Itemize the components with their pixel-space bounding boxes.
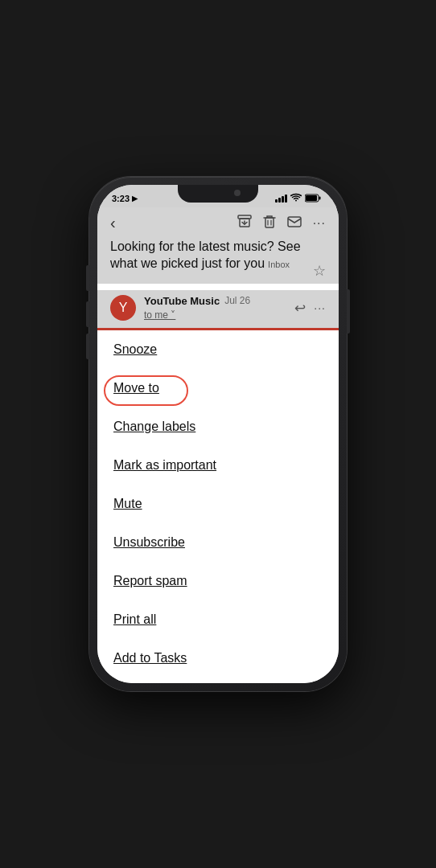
- status-icons: [275, 193, 321, 203]
- email-sender-row: Y YouTube Music Jul 26 to me ˅ ↩ ···: [97, 290, 339, 328]
- menu-item-mark-important[interactable]: Mark as important: [97, 446, 339, 485]
- sender-info: YouTube Music Jul 26 to me ˅: [144, 295, 286, 321]
- wifi-icon: [290, 193, 302, 203]
- phone-screen: 3:23 ▶: [97, 185, 339, 683]
- location-icon: ▶: [132, 194, 138, 203]
- more-options-icon[interactable]: ···: [313, 216, 326, 231]
- menu-item-report-spam[interactable]: Report spam: [97, 562, 339, 600]
- back-button[interactable]: ‹: [110, 214, 116, 232]
- email-toolbar: ‹: [110, 214, 326, 232]
- notch-dot: [234, 190, 241, 196]
- email-subject: Looking for the latest music? See what w…: [110, 239, 302, 272]
- svg-rect-5: [265, 218, 274, 227]
- menu-sheet: Snooze Move to Change labels Mark as imp…: [97, 330, 339, 683]
- email-header: ‹: [97, 207, 339, 284]
- inbox-tag: Inbox: [268, 260, 290, 269]
- menu-item-change-labels[interactable]: Change labels: [97, 407, 339, 446]
- svg-rect-1: [306, 195, 317, 201]
- battery-icon: [305, 194, 321, 203]
- reply-icon[interactable]: ↩: [294, 300, 306, 317]
- status-time: 3:23 ▶: [112, 194, 138, 203]
- sender-date: Jul 26: [224, 295, 250, 306]
- menu-item-print-all[interactable]: Print all: [97, 600, 339, 639]
- menu-item-mute[interactable]: Mute: [97, 485, 339, 523]
- sender-name: YouTube Music: [144, 295, 220, 307]
- menu-item-add-tasks[interactable]: Add to Tasks: [97, 639, 339, 678]
- status-bar: 3:23 ▶: [97, 185, 339, 207]
- menu-item-cancel[interactable]: Cancel: [97, 678, 339, 683]
- star-button[interactable]: ☆: [313, 262, 326, 280]
- menu-item-unsubscribe[interactable]: Unsubscribe: [97, 523, 339, 562]
- menu-item-snooze[interactable]: Snooze: [97, 330, 339, 369]
- menu-item-move-to[interactable]: Move to: [97, 369, 339, 407]
- phone-frame: 3:23 ▶: [89, 177, 347, 691]
- svg-rect-6: [288, 217, 301, 227]
- sender-actions: ↩ ···: [294, 300, 326, 317]
- sender-avatar: Y: [110, 295, 136, 321]
- sender-to[interactable]: to me ˅: [144, 309, 175, 321]
- trash-icon[interactable]: [263, 215, 276, 231]
- mail-icon[interactable]: [287, 216, 302, 230]
- sender-name-row: YouTube Music Jul 26: [144, 295, 286, 307]
- signal-bars-icon: [275, 194, 287, 203]
- svg-rect-2: [319, 197, 321, 200]
- archive-icon[interactable]: [237, 215, 252, 231]
- more-sender-options-icon[interactable]: ···: [314, 301, 326, 314]
- toolbar-icons: ···: [237, 215, 326, 231]
- notch: [178, 185, 258, 203]
